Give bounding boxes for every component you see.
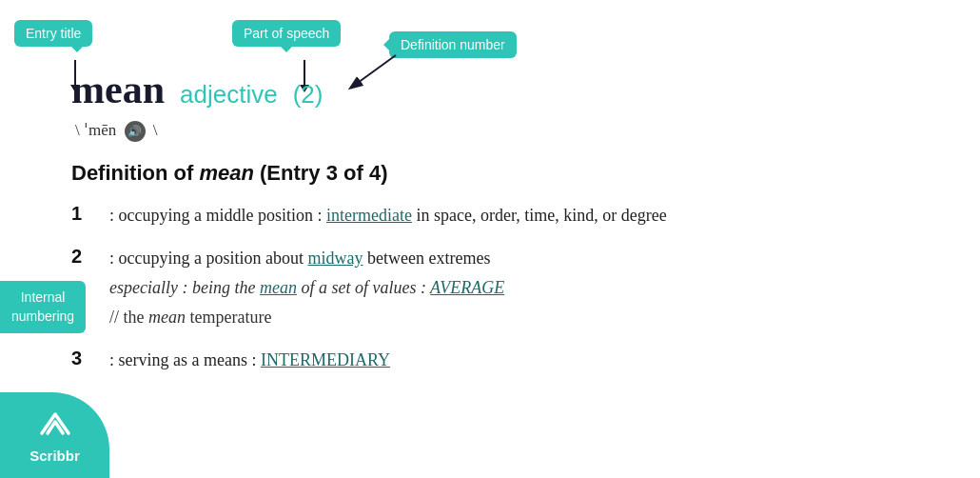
definitions-list: 1 : occupying a middle position : interm… bbox=[71, 203, 951, 373]
entry-pos: adjective bbox=[180, 80, 278, 110]
definition-number-tooltip: Definition number bbox=[389, 31, 517, 58]
def-content-3: : serving as a means : INTERMEDIARY bbox=[109, 348, 390, 373]
scribbr-logo-text: Scribbr bbox=[29, 448, 80, 464]
link-midway[interactable]: midway bbox=[307, 249, 363, 268]
entry-num: (2) bbox=[293, 80, 323, 110]
scribbr-logo-icon bbox=[38, 407, 72, 444]
scribbr-logo: Scribbr bbox=[0, 392, 109, 478]
link-intermediary[interactable]: INTERMEDIARY bbox=[261, 350, 390, 369]
pron-ipa: ˈmēn bbox=[84, 121, 116, 139]
main-content: mean adjective (2) \ ˈmēn \ Definition o… bbox=[71, 67, 951, 390]
definition-item-3: 3 : serving as a means : INTERMEDIARY bbox=[71, 348, 951, 373]
pronunciation: \ ˈmēn \ bbox=[75, 120, 951, 142]
entry-word: mean bbox=[71, 67, 165, 112]
definition-item-2: 2 : occupying a position about midway be… bbox=[71, 246, 951, 330]
link-mean[interactable]: mean bbox=[260, 278, 297, 297]
entry-header: mean adjective (2) bbox=[71, 67, 951, 112]
definition-item-1: 1 : occupying a middle position : interm… bbox=[71, 203, 951, 229]
speaker-button[interactable] bbox=[125, 121, 146, 142]
pron-suffix: \ bbox=[153, 121, 158, 139]
def-number-2: 2 bbox=[71, 246, 90, 268]
def-sub-2a: especially : being the mean of a set of … bbox=[109, 275, 504, 301]
def-number-1: 1 bbox=[71, 203, 90, 225]
def-content-1: : occupying a middle position : intermed… bbox=[109, 203, 667, 229]
entry-title-tooltip: Entry title bbox=[14, 20, 92, 47]
pron-prefix: \ bbox=[75, 121, 80, 139]
def-number-3: 3 bbox=[71, 348, 90, 369]
def-example-2: // the mean temperature bbox=[109, 305, 504, 330]
part-of-speech-tooltip: Part of speech bbox=[232, 20, 341, 47]
link-average[interactable]: AVERAGE bbox=[430, 278, 504, 297]
definition-section-title: Definition of mean (Entry 3 of 4) bbox=[71, 161, 951, 186]
link-intermediate[interactable]: intermediate bbox=[326, 206, 412, 225]
def-content-2: : occupying a position about midway betw… bbox=[109, 246, 504, 330]
